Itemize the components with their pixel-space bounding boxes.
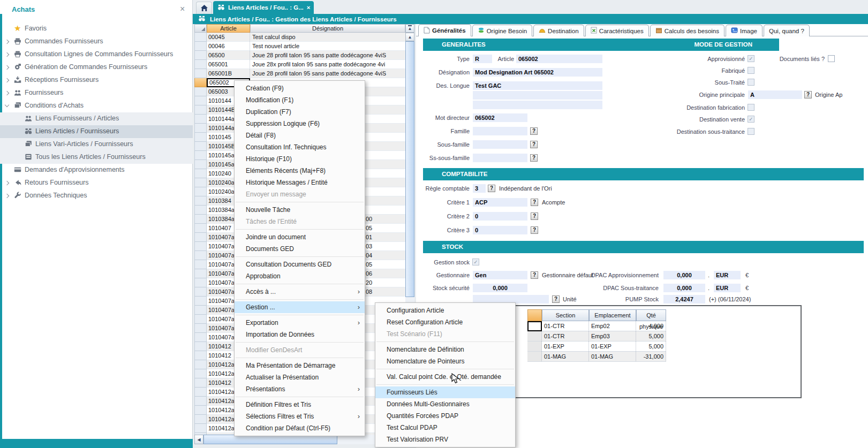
dpac-approvisionnement-field[interactable]: 0,000: [663, 271, 705, 279]
row-selector-cell[interactable]: [194, 378, 207, 388]
sidebar-item[interactable]: Liens Articles / Fournisseurs: [0, 125, 193, 138]
row-selector-cell[interactable]: [194, 206, 207, 215]
context-menu-item[interactable]: Envoyer un message: [235, 188, 365, 200]
row-selector-cell[interactable]: [194, 87, 207, 96]
context-menu-item[interactable]: Tâches de l'Entité: [235, 216, 365, 227]
sidebar-item[interactable]: Consultation Lignes de Commandes Fournis…: [0, 48, 193, 61]
row-selector-cell[interactable]: [194, 287, 207, 297]
designation-field[interactable]: Mod Designation Art 065002: [473, 68, 602, 77]
gestionnaire-lookup-button[interactable]: ?: [531, 271, 538, 279]
stock-securite-field[interactable]: 0,000: [473, 284, 527, 292]
row-selector-cell[interactable]: [194, 51, 207, 60]
context-menu-item[interactable]: Duplication (F7): [235, 106, 365, 118]
expander-icon[interactable]: [5, 181, 9, 185]
expander-icon[interactable]: [5, 52, 9, 57]
context-menu-item[interactable]: Historique (F10): [235, 153, 365, 165]
sidebar-close-icon[interactable]: ×: [180, 4, 185, 14]
designation-cell[interactable]: Joue 28 profil talon 95 sans patte dodéc…: [250, 51, 405, 60]
stock-selector-header[interactable]: [527, 309, 542, 321]
row-selector-cell[interactable]: [194, 388, 207, 397]
tab-close-icon[interactable]: ×: [307, 4, 311, 11]
context-menu-item[interactable]: Joindre un document: [235, 231, 365, 243]
context-menu-item[interactable]: Ma Présentation de Démarrage: [235, 360, 365, 371]
pump-stock-field[interactable]: 2,4247: [663, 295, 705, 303]
table-row[interactable]: 065001Joue 28x profil talon 95 sans patt…: [194, 60, 405, 69]
row-selector-cell[interactable]: [194, 406, 207, 415]
panel-tab[interactable]: Origine Besoin: [472, 25, 532, 36]
select-all-header[interactable]: [194, 24, 207, 33]
origine-lookup-button[interactable]: ?: [804, 91, 812, 98]
expander-icon[interactable]: [5, 91, 9, 95]
context-menu-item[interactable]: Exportation›: [235, 317, 365, 329]
famille-lookup-button[interactable]: ?: [530, 127, 538, 135]
row-selector-cell[interactable]: [194, 397, 207, 406]
designation-cell[interactable]: Test calcul dispo: [250, 33, 405, 42]
context-menu-item[interactable]: Documents GED: [235, 243, 365, 255]
column-header-designation[interactable]: Désignation: [250, 24, 405, 33]
row-selector-cell[interactable]: [194, 315, 207, 324]
regle-lookup-button[interactable]: ?: [488, 185, 495, 192]
critere1-lookup-button[interactable]: ?: [531, 199, 538, 206]
context-menu-item[interactable]: Consultation Documents GED: [235, 259, 365, 270]
context-menu-item[interactable]: Suppression Logique (F6): [235, 118, 365, 130]
stock-row-selector[interactable]: [527, 352, 542, 362]
stock-column-header[interactable]: Qté physique: [636, 309, 666, 321]
gestionnaire-field[interactable]: Gen: [473, 271, 527, 279]
stock-row-selector[interactable]: [527, 321, 542, 331]
table-row[interactable]: 06500Joue 28 profil talon 95 sans patte …: [194, 51, 405, 60]
row-selector-cell[interactable]: [194, 260, 207, 269]
row-selector-cell[interactable]: [194, 151, 207, 160]
row-selector-cell[interactable]: [194, 233, 207, 242]
stock-column-header[interactable]: Section: [542, 309, 589, 321]
critere2-field[interactable]: 0: [473, 212, 527, 221]
sidebar-item[interactable]: Fournisseurs: [0, 87, 193, 100]
article-cell[interactable]: 00045: [207, 33, 250, 42]
submenu-item[interactable]: Reset Configuration Article: [375, 316, 515, 328]
row-selector-cell[interactable]: [194, 33, 207, 42]
row-selector-cell[interactable]: [194, 78, 207, 87]
article-cell[interactable]: 06500: [207, 51, 250, 60]
row-selector-cell[interactable]: [194, 415, 207, 424]
row-selector-cell[interactable]: [194, 60, 207, 69]
table-row[interactable]: 065001BJoue 28 profil talon 95 sans patt…: [194, 69, 405, 78]
critere2-lookup-button[interactable]: ?: [531, 212, 538, 220]
designation-cell[interactable]: Test nouvel article: [250, 42, 405, 51]
row-selector-cell[interactable]: [194, 96, 207, 105]
submenu-item[interactable]: Test Valorisation PRV: [375, 434, 515, 445]
context-menu-item[interactable]: Détail (F8): [235, 130, 365, 141]
column-header-article[interactable]: Article: [207, 24, 250, 33]
row-selector-cell[interactable]: [194, 215, 207, 224]
sidebar-item[interactable]: ★Favoris: [0, 22, 193, 35]
article-cell[interactable]: 065001: [207, 60, 250, 69]
scroll-to-top-button[interactable]: ▲: [405, 24, 414, 33]
row-selector-cell[interactable]: [194, 69, 207, 78]
context-menu-item[interactable]: Historique Messages / Entité: [235, 177, 365, 188]
sidebar-item[interactable]: Liens Vari-Articles / Fournisseurs: [0, 138, 193, 151]
des-longue-field-2[interactable]: [473, 91, 602, 100]
context-menu-item[interactable]: Eléments Récents (Maj+F8): [235, 165, 365, 177]
sidebar-item[interactable]: Génération de Commandes Fournisseurs: [0, 61, 193, 74]
panel-tab[interactable]: Généralités: [418, 24, 471, 36]
destination-fabrication-checkbox[interactable]: [748, 104, 754, 111]
scroll-left-button[interactable]: ◀: [194, 435, 203, 444]
sidebar-item[interactable]: Tous les Liens Articles / Fournisseurs: [0, 151, 193, 164]
submenu-item[interactable]: Nomenclature de Pointeurs: [375, 355, 515, 367]
row-selector-cell[interactable]: [194, 169, 207, 178]
dpac-sous-traitance-field[interactable]: 0,000: [663, 284, 705, 292]
ss-sous-famille-lookup-button[interactable]: ?: [530, 154, 538, 162]
submenu-item[interactable]: Test Calcul PDAP: [375, 422, 515, 434]
context-menu-item[interactable]: Création (F9): [235, 82, 365, 94]
context-menu-item[interactable]: Nouvelle Tâche: [235, 204, 365, 216]
mot-directeur-field[interactable]: 065002: [473, 113, 527, 122]
context-menu-item[interactable]: Actualiser la Présentation: [235, 371, 365, 383]
famille-field[interactable]: [473, 127, 527, 135]
dpac-st-currency-field[interactable]: EUR: [714, 284, 741, 292]
submenu-item[interactable]: Quantités Forcées PDAP: [375, 410, 515, 422]
designation-cell[interactable]: Joue 28x profil talon 95 sans patte dodé…: [250, 60, 405, 69]
panel-tab[interactable]: Qui, quand ?: [764, 25, 810, 36]
sidebar-item[interactable]: Retours Fournisseurs: [0, 177, 193, 189]
panel-tab[interactable]: Caractéristiques: [585, 25, 649, 36]
article-field[interactable]: 065002: [516, 55, 602, 63]
expander-icon[interactable]: [5, 194, 9, 198]
sidebar-item[interactable]: Liens Fournisseurs / Articles: [0, 112, 193, 125]
